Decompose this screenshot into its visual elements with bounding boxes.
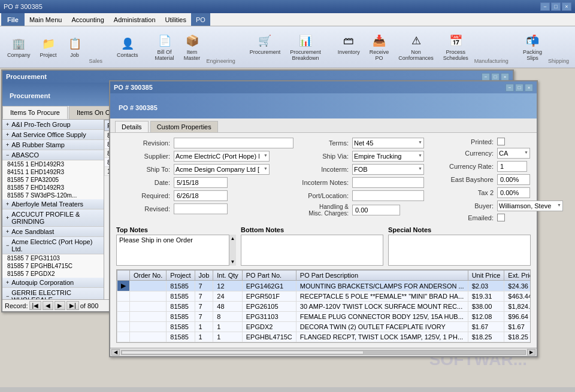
proc-maximize[interactable]: □ (491, 73, 500, 81)
nav-first[interactable]: |◀ (29, 301, 42, 310)
po-tab-custom[interactable]: Custom Properties (150, 121, 218, 132)
printed-checkbox[interactable] (497, 138, 505, 145)
scrollbar-top-notes[interactable]: ▲ ▼ (229, 235, 236, 266)
port-input[interactable] (352, 190, 424, 201)
table-row[interactable]: ▶ 81585 7 12 EPG1462G1 MOUNTING BRACKETS… (117, 281, 531, 291)
proc-minimize[interactable]: − (482, 73, 490, 81)
po-scrollbar[interactable]: ◀ ▶ (110, 348, 537, 356)
cell-job: 1 (195, 332, 213, 342)
cell-order (130, 302, 167, 312)
minimize-button[interactable]: − (540, 2, 550, 11)
menu-administration[interactable]: Administration (109, 13, 161, 26)
buyer-row: Buyer: Williamson, Steve (440, 200, 563, 211)
acme-item-1[interactable]: 81585 7 EPG31103 (2, 254, 104, 262)
company-button[interactable]: 🏢 Company (4, 33, 34, 61)
nav-prev[interactable]: ◀ (43, 301, 53, 310)
receive-po-button[interactable]: 📥 ReceivePO (366, 30, 393, 64)
bom-icon: 📄 (156, 32, 173, 49)
po-tab-details[interactable]: Details (115, 121, 149, 132)
incoterm-notes-input[interactable] (352, 177, 424, 188)
non-conformances-button[interactable]: ⚠ NonConformances (395, 30, 437, 64)
terms-select[interactable]: Net 45 (352, 138, 424, 148)
company-label: Company (7, 53, 31, 59)
menu-accounting[interactable]: Accounting (66, 13, 108, 26)
east-bayshore-label: East Bayshore (440, 176, 494, 183)
sidebar-group-autoquip[interactable]: + Autoquip Corporation (2, 278, 104, 288)
bottom-notes-textarea[interactable] (241, 235, 383, 266)
sidebar-group-ace[interactable]: + Ace Sandblast (2, 227, 104, 237)
east-bayshore-input[interactable] (497, 174, 530, 185)
supplier-select[interactable]: Acme ElectricC (Port Hope) Ltd... (174, 151, 270, 162)
table-row[interactable]: 81585 1 1 EPGDX2 DECORA TWIN (2) OUTLET … (117, 322, 531, 332)
sidebar-group-abasco[interactable]: − ABASCO (2, 150, 104, 160)
acme-item-2[interactable]: 81585 7 EPGHBL4715C (2, 262, 104, 270)
sidebar-group-aber[interactable]: + Aberfoyle Metal Treaters (2, 199, 104, 209)
abasco-item-2[interactable]: 84151 1 EHD1492R3 (2, 168, 104, 176)
sidebar-group-acme[interactable]: − Acme ElectricC (Port Hope) Ltd. (2, 237, 104, 254)
acme-item-3[interactable]: 81585 7 EPGDX2 (2, 270, 104, 278)
scroll-thumb[interactable] (122, 351, 364, 354)
emailed-checkbox[interactable] (497, 214, 505, 221)
tab-items-to-procure[interactable]: Items To Procure (2, 106, 68, 119)
sidebar-group-ab[interactable]: + AB Rubber Stamp (2, 140, 104, 150)
revision-input[interactable] (174, 138, 293, 148)
project-button[interactable]: 📁 Project (37, 33, 60, 61)
sidebar-group-aat[interactable]: + Aat Service Office Supply (2, 130, 104, 140)
po-close[interactable]: × (525, 84, 533, 92)
bill-of-material-button[interactable]: 📄 Bill OfMaterial (152, 30, 178, 64)
nav-next[interactable]: ▶ (55, 301, 65, 310)
procurement-button[interactable]: 🛒 Procurement (246, 30, 285, 64)
scroll-right[interactable]: ▶ (527, 349, 535, 355)
menu-utilities[interactable]: Utilities (161, 13, 191, 26)
currency-select[interactable]: CA (497, 148, 530, 159)
top-notes-textarea[interactable]: Please Ship in one Order (116, 235, 236, 266)
sidebar-group-accucut[interactable]: + ACCUCUT PROFILE & GRINDING (2, 209, 104, 227)
date-input[interactable] (174, 177, 228, 188)
incoterm-select[interactable]: FOB (352, 164, 424, 175)
po-minimize[interactable]: − (506, 84, 514, 92)
cell-ext: $96.64 (504, 312, 531, 322)
abasco-item-4[interactable]: 81585 7 EHD1492R3 (2, 184, 104, 192)
currency-rate-input[interactable] (497, 161, 527, 172)
menu-po[interactable]: PO (191, 13, 210, 26)
abasco-item-3[interactable]: 81585 7 EPA32005 (2, 176, 104, 184)
inventory-button[interactable]: 🗃 Inventory (334, 30, 364, 64)
process-schedules-button[interactable]: 📅 ProcessSchedules (440, 30, 472, 64)
table-row[interactable]: 81585 1 1 EPGHBL4715C FLANGED RECPT, TWI… (117, 332, 531, 342)
table-row[interactable]: 81585 7 8 EPG31103 FEMALE PLUG CONNECTOR… (117, 312, 531, 322)
revised-input[interactable] (174, 203, 228, 214)
table-row[interactable]: 81585 7 48 EPG26105 30 AMP-120V TWIST LO… (117, 302, 531, 312)
proc-close[interactable]: × (501, 73, 509, 81)
close-button[interactable]: × (562, 2, 571, 11)
menu-file[interactable]: File (1, 13, 25, 26)
handling-input[interactable] (352, 205, 400, 215)
revised-label: Revised: (116, 205, 170, 212)
contacts-button[interactable]: 👤 Contacts (113, 33, 142, 61)
po-tabs: Details Custom Properties (110, 118, 537, 133)
job-button[interactable]: 📋 Job (63, 33, 87, 61)
menu-main-menu[interactable]: Main Menu (25, 13, 66, 26)
nav-last[interactable]: ▶| (66, 301, 79, 310)
col-unit-price: Unit Price (468, 271, 504, 281)
maximize-button[interactable]: □ (551, 2, 561, 11)
ship-to-select[interactable]: Acme Design Company Ltd [Ai... (174, 164, 270, 175)
item-master-button[interactable]: 📦 ItemMaster (180, 30, 204, 64)
scroll-left[interactable]: ◀ (111, 349, 120, 355)
tax2-input[interactable] (497, 187, 530, 198)
ship-via-select[interactable]: Empire Trucking (352, 151, 424, 162)
sidebar-group-api[interactable]: + A&I Pro-Tech Group (2, 120, 104, 130)
cell-job: 7 (195, 291, 213, 302)
buyer-select[interactable]: Williamson, Steve (497, 200, 563, 211)
abasco-item-1[interactable]: 84155 1 EHD1492R3 (2, 160, 104, 168)
cell-qty: 48 (213, 302, 242, 312)
po-maximize[interactable]: □ (515, 84, 523, 92)
required-input[interactable] (174, 190, 228, 201)
abasco-item-5[interactable]: 81585 7 SW3dPS-120m... (2, 192, 104, 199)
packing-slips-button[interactable]: 📬 PackingSlips (519, 30, 546, 64)
po-form-left: Revision: Supplier: Acme ElectricC (Port… (116, 138, 293, 224)
table-row[interactable]: 81585 7 24 EPGR501F RECEPTACLE 5 POLE **… (117, 291, 531, 302)
procurement-breakdown-button[interactable]: 📊 ProcurementBreakdown (286, 30, 325, 64)
sidebar-group-gerrie[interactable]: − GERRIE ELECTRIC WHOLESALE (2, 288, 104, 299)
special-notes-textarea[interactable] (388, 235, 531, 266)
col-indicator (117, 271, 130, 281)
